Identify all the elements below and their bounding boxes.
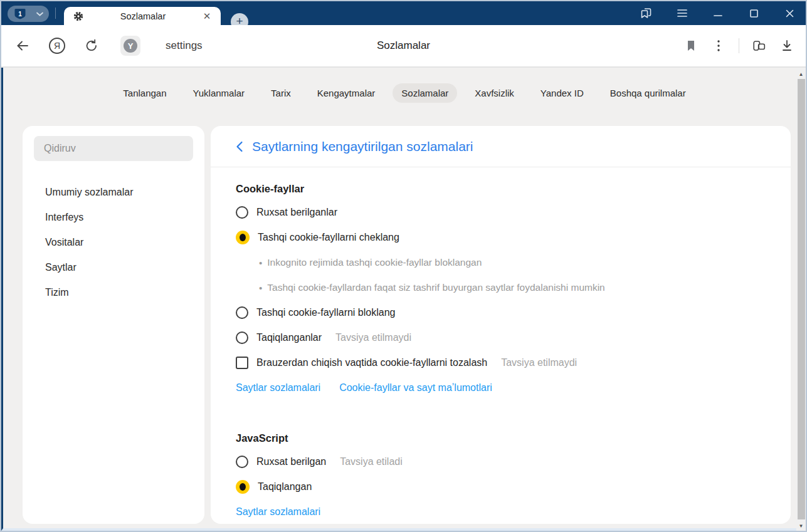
javascript-links: Saytlar sozlamalari bbox=[236, 499, 766, 524]
minimize-icon[interactable] bbox=[710, 6, 725, 21]
settings-page: Tanlangan Yuklanmalar Tarix Kengaytmalar… bbox=[1, 68, 806, 531]
link-saytlar-sozlamalari[interactable]: Saytlar sozlamalari bbox=[236, 506, 320, 518]
yandex-logo-icon[interactable]: Я bbox=[49, 38, 65, 54]
tab-xavfsizlik[interactable]: Xavfsizlik bbox=[466, 83, 523, 103]
sidebar-item-interfeys[interactable]: Interfeys bbox=[34, 205, 193, 230]
radio-tashqi-cheklang[interactable]: Tashqi cookie-fayllarni cheklang bbox=[236, 225, 766, 250]
scrollbar-up-arrow[interactable]: ▲ bbox=[796, 69, 806, 79]
window-controls bbox=[639, 1, 797, 25]
tab-sozlamalar[interactable]: Sozlamalar bbox=[393, 83, 457, 103]
kebab-menu-icon[interactable] bbox=[711, 38, 726, 53]
radio-taqiqlanganlar[interactable]: Taqiqlanganlar Tavsiya etilmaydi bbox=[236, 325, 766, 350]
download-icon[interactable] bbox=[779, 38, 794, 53]
settings-body: Cookie-fayllar Ruxsat berilganlar Tashqi… bbox=[211, 167, 791, 524]
recommendation-note: Tavsiya etilmaydi bbox=[501, 357, 577, 368]
settings-nav-tabs: Tanlangan Yuklanmalar Tarix Kengaytmalar… bbox=[3, 68, 806, 104]
radio-icon[interactable] bbox=[236, 306, 248, 319]
refresh-icon[interactable] bbox=[84, 38, 99, 53]
tab-kengaytmalar[interactable]: Kengaytmalar bbox=[309, 83, 384, 103]
checkbox-icon[interactable] bbox=[236, 357, 248, 369]
tab-boshqa-qurilmalar[interactable]: Boshqa qurilmalar bbox=[601, 83, 695, 103]
collections-icon[interactable] bbox=[752, 38, 767, 53]
radio-icon[interactable] bbox=[236, 456, 248, 468]
checkbox-clear-cookies-on-exit[interactable]: Brauzerdan chiqish vaqtida cookie-faylla… bbox=[236, 350, 766, 375]
window-close-icon[interactable] bbox=[782, 6, 797, 21]
link-cookie-sayt-malumotlari[interactable]: Cookie-fayllar va sayt maʼlumotlari bbox=[339, 382, 492, 394]
settings-columns: Umumiy sozlamalar Interfeys Vositalar Sa… bbox=[23, 126, 791, 524]
sidebar-item-saytlar[interactable]: Saytlar bbox=[34, 255, 193, 280]
tabbar-separator bbox=[55, 8, 56, 19]
tab-title: Sozlamalar bbox=[85, 11, 201, 21]
bullet-icon: • bbox=[259, 283, 262, 293]
sidebar-item-umumiy-sozlamalar[interactable]: Umumiy sozlamalar bbox=[34, 180, 193, 205]
browser-window: 1 Sozlamalar ✕ + bbox=[0, 0, 807, 532]
javascript-section: JavaScript Ruxsat berilgan Tavsiya etila… bbox=[236, 427, 766, 524]
tab-yuklanmalar[interactable]: Yuklanmalar bbox=[184, 83, 254, 103]
scrollbar-down-arrow[interactable]: ▼ bbox=[796, 521, 806, 531]
cookie-detail-2: • Tashqi cookie-fayllardan faqat siz tas… bbox=[236, 275, 766, 300]
recommendation-note: Tavsiya etiladi bbox=[340, 456, 403, 467]
cookie-detail-1: • Inkognito rejimida tashqi cookie-fayll… bbox=[236, 250, 766, 275]
toolbar-left: Я Y settings bbox=[1, 36, 203, 56]
cookie-links: Saytlar sozlamalari Cookie-fayllar va sa… bbox=[236, 375, 766, 400]
sidebar-search[interactable] bbox=[34, 136, 193, 161]
toolbar: Я Y settings Sozlamalar bbox=[1, 25, 806, 68]
radio-js-taqiqlangan[interactable]: Taqiqlangan bbox=[236, 474, 766, 499]
menu-icon[interactable] bbox=[675, 6, 690, 21]
radio-icon[interactable] bbox=[236, 331, 248, 344]
link-saytlar-sozlamalari[interactable]: Saytlar sozlamalari bbox=[236, 382, 320, 394]
advanced-site-settings-header[interactable]: Saytlarning kengaytirilgan sozlamalari bbox=[211, 126, 791, 167]
javascript-section-title: JavaScript bbox=[236, 427, 766, 449]
bookmark-icon[interactable] bbox=[683, 38, 699, 53]
gear-icon bbox=[71, 9, 85, 23]
active-tab[interactable]: Sozlamalar ✕ bbox=[64, 7, 221, 25]
address-bar-url[interactable]: settings bbox=[166, 39, 203, 52]
tab-bar: 1 Sozlamalar ✕ + bbox=[1, 1, 806, 25]
sidebar-list: Umumiy sozlamalar Interfeys Vositalar Sa… bbox=[34, 180, 193, 305]
toolbar-right bbox=[683, 38, 794, 53]
page-scrollbar[interactable]: ▲ ▼ bbox=[796, 68, 806, 531]
radio-selected-icon[interactable] bbox=[236, 480, 250, 494]
tab-tarix[interactable]: Tarix bbox=[262, 83, 300, 103]
sidebar-item-tizim[interactable]: Tizim bbox=[34, 280, 193, 305]
chevron-down-icon[interactable] bbox=[31, 12, 49, 16]
maximize-icon[interactable] bbox=[746, 6, 761, 21]
toolbar-page-title: Sozlamalar bbox=[377, 39, 430, 52]
search-input[interactable] bbox=[44, 143, 183, 154]
tab-yandex-id[interactable]: Yandex ID bbox=[532, 83, 593, 103]
radio-selected-icon[interactable] bbox=[236, 231, 250, 244]
radio-tashqi-bloklang[interactable]: Tashqi cookie-fayllarni bloklang bbox=[236, 300, 766, 325]
tab-count-shield-icon: 1 bbox=[9, 8, 31, 20]
cookie-section: Cookie-fayllar Ruxsat berilganlar Tashqi… bbox=[236, 177, 766, 400]
tab-close-icon[interactable]: ✕ bbox=[201, 10, 213, 23]
radio-js-ruxsat-berilgan[interactable]: Ruxsat berilgan Tavsiya etiladi bbox=[236, 449, 766, 474]
settings-main-panel: Saytlarning kengaytirilgan sozlamalari C… bbox=[211, 126, 791, 524]
chevron-left-icon bbox=[236, 141, 243, 152]
sidebar-item-vositalar[interactable]: Vositalar bbox=[34, 230, 193, 255]
settings-sidebar: Umumiy sozlamalar Interfeys Vositalar Sa… bbox=[23, 126, 204, 524]
cookie-section-title: Cookie-fayllar bbox=[236, 177, 766, 200]
tab-group-counter[interactable]: 1 bbox=[8, 6, 49, 22]
bullet-icon: • bbox=[259, 258, 262, 268]
svg-text:1: 1 bbox=[18, 11, 22, 18]
scrollbar-thumb[interactable] bbox=[798, 79, 805, 519]
recommendation-note: Tavsiya etilmaydi bbox=[335, 332, 411, 343]
radio-ruxsat-berilganlar[interactable]: Ruxsat berilganlar bbox=[236, 200, 766, 225]
protect-favicon-icon: Y bbox=[124, 39, 137, 53]
side-panel-icon[interactable] bbox=[639, 6, 654, 21]
radio-icon[interactable] bbox=[236, 206, 248, 219]
protect-favicon-badge[interactable]: Y bbox=[120, 36, 140, 56]
back-arrow-icon[interactable] bbox=[15, 38, 30, 53]
toolbar-divider bbox=[739, 38, 739, 53]
page-section-title: Saytlarning kengaytirilgan sozlamalari bbox=[252, 139, 473, 154]
tab-tanlangan[interactable]: Tanlangan bbox=[114, 83, 175, 103]
